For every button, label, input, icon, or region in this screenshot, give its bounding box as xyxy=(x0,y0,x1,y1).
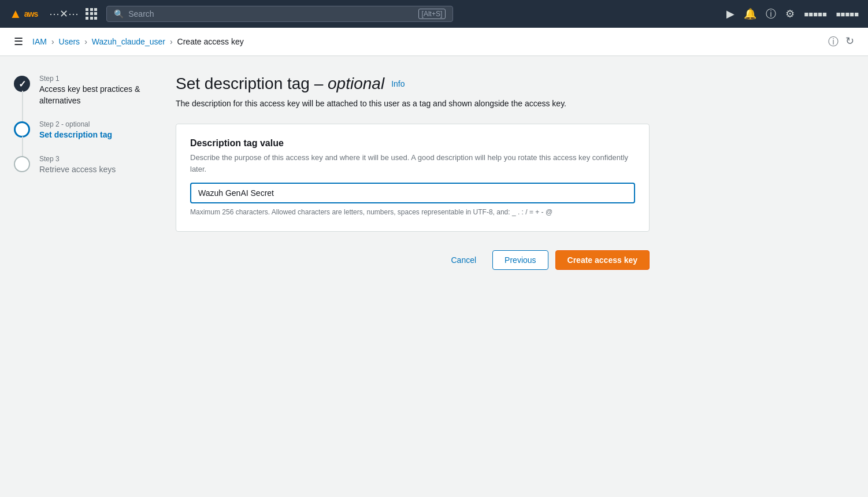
sidebar-toggle[interactable]: ☰ xyxy=(14,35,23,48)
step-2-content: Step 2 - optional Set description tag xyxy=(39,120,148,141)
aws-logo: ▲ aws xyxy=(9,6,38,21)
step-3-content: Step 3 Retrieve access keys xyxy=(39,155,148,176)
step-1-title: Access key best practices & alternatives xyxy=(39,84,148,106)
step-1-dot: ✓ xyxy=(14,76,30,92)
page-description: The description for this access key will… xyxy=(176,98,638,110)
bell-icon[interactable]: 🔔 xyxy=(744,8,756,20)
breadcrumb-actions: ⓘ ↻ xyxy=(828,35,854,49)
user-menu[interactable]: ■■■■■ xyxy=(804,10,826,18)
input-hint: Maximum 256 characters. Allowed characte… xyxy=(190,207,635,217)
cancel-button[interactable]: Cancel xyxy=(442,251,486,269)
step-2-item: Step 2 - optional Set description tag xyxy=(14,120,148,141)
step-2-label: Step 2 - optional xyxy=(39,120,148,128)
breadcrumb-sep-1: › xyxy=(51,37,54,46)
aws-logo-text: ▲ xyxy=(9,6,22,21)
description-form-card: Description tag value Describe the purpo… xyxy=(176,124,650,232)
search-input[interactable] xyxy=(128,9,413,18)
field-description: Describe the purpose of this access key … xyxy=(190,152,635,175)
step-1-content: Step 1 Access key best practices & alter… xyxy=(39,75,148,106)
breadcrumb-users[interactable]: Users xyxy=(59,37,80,46)
help-icon[interactable]: ⓘ xyxy=(766,7,776,21)
field-title: Description tag value xyxy=(190,138,635,149)
step-1-item: ✓ Step 1 Access key best practices & alt… xyxy=(14,75,148,106)
step-3-title: Retrieve access keys xyxy=(39,164,148,176)
nav-right-icons: ▶ 🔔 ⓘ ⚙ ■■■■■ ■■■■■ xyxy=(726,7,859,21)
search-bar[interactable]: 🔍 [Alt+S] xyxy=(106,6,453,22)
region-menu[interactable]: ■■■■■ xyxy=(836,10,859,18)
step-3-dot xyxy=(14,156,30,172)
main-content: Set description tag – optional Info The … xyxy=(162,56,868,497)
breadcrumb-bar: ☰ IAM › Users › Wazuh_claude_user › Crea… xyxy=(0,28,868,56)
breadcrumb-user[interactable]: Wazuh_claude_user xyxy=(92,37,165,46)
step-3-label: Step 3 xyxy=(39,155,148,163)
steps-sidebar: ✓ Step 1 Access key best practices & alt… xyxy=(0,56,162,497)
info-circle-icon[interactable]: ⓘ xyxy=(828,35,839,49)
settings-icon[interactable]: ⚙ xyxy=(785,8,795,20)
step-3-item: Step 3 Retrieve access keys xyxy=(14,155,148,176)
heading-italic: optional xyxy=(328,75,384,92)
breadcrumb-current: Create access key xyxy=(177,37,244,46)
breadcrumb-iam[interactable]: IAM xyxy=(32,37,47,46)
aws-wordmark: aws xyxy=(24,9,38,18)
breadcrumb-sep-2: › xyxy=(84,37,87,46)
previous-button[interactable]: Previous xyxy=(492,250,548,270)
create-access-key-button[interactable]: Create access key xyxy=(555,250,650,270)
step-2-dot xyxy=(14,121,30,138)
step-1-label: Step 1 xyxy=(39,75,148,83)
services-grid-icon[interactable] xyxy=(86,8,97,20)
step-2-title: Set description tag xyxy=(39,129,148,141)
page-heading: Set description tag – optional Info xyxy=(176,75,840,93)
terminal-icon[interactable]: ▶ xyxy=(726,8,735,20)
heading-main-text: Set description tag – optional xyxy=(176,75,384,93)
search-icon: 🔍 xyxy=(114,9,124,18)
top-navigation: ▲ aws ⋯✕⋯ 🔍 [Alt+S] ▶ 🔔 ⓘ ⚙ ■■■■■ ■■■■■ xyxy=(0,0,868,28)
description-tag-input[interactable] xyxy=(190,183,635,203)
actions-bar: Cancel Previous Create access key xyxy=(176,250,650,270)
apps-grid-icon[interactable]: ⋯✕⋯ xyxy=(49,8,79,20)
info-link[interactable]: Info xyxy=(391,79,405,88)
main-layout: ✓ Step 1 Access key best practices & alt… xyxy=(0,56,868,497)
refresh-icon[interactable]: ↻ xyxy=(845,35,854,49)
breadcrumb-sep-3: › xyxy=(170,37,173,46)
search-shortcut: [Alt+S] xyxy=(418,9,446,19)
